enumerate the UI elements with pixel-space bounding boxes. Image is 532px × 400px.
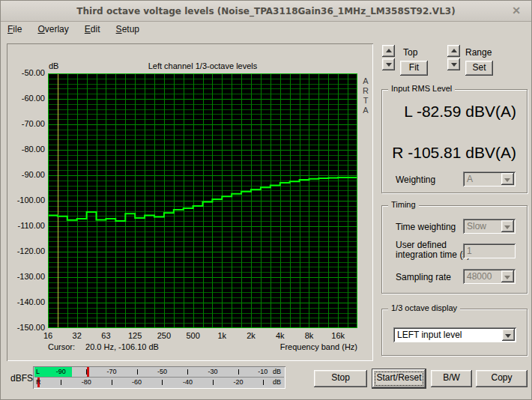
- integration-time-label-line1: User defined: [396, 240, 447, 250]
- x-axis-title: Frequency band (Hz): [280, 342, 357, 351]
- close-icon[interactable]: ✕: [512, 5, 521, 16]
- y-tick-label: -110.00: [7, 221, 45, 230]
- top-spin-down-button[interactable]: [382, 58, 395, 70]
- meter-scale-label: -70: [106, 368, 116, 376]
- meter-tick: [86, 369, 87, 375]
- arrow-down-icon: [451, 63, 457, 67]
- set-button[interactable]: Set: [465, 61, 493, 76]
- integration-time-label-line2: integration time (s): [396, 249, 470, 260]
- arta-watermark: ARTA: [360, 76, 371, 115]
- sampling-rate-value: 48000: [467, 271, 492, 282]
- menu-edit[interactable]: Edit: [78, 22, 107, 34]
- arrow-up-icon: [451, 49, 457, 52]
- chevron-down-icon: [504, 178, 510, 182]
- arta-watermark-letter: T: [360, 96, 371, 106]
- x-tick-label: 250: [157, 331, 171, 340]
- menu-overlay-rest: verlay: [45, 24, 69, 34]
- menu-edit-rest: dit: [91, 24, 100, 34]
- y-tick-label: -60.00: [7, 94, 45, 103]
- time-weighting-value: Slow: [467, 221, 486, 231]
- meter-scale-label: -40: [183, 378, 193, 387]
- set-button-label: Set: [472, 62, 486, 73]
- stop-button-label: Stop: [331, 372, 350, 383]
- cursor-readout: Cursor:20.0 Hz, -106.10 dB: [48, 342, 159, 351]
- integration-time-field[interactable]: 1: [463, 243, 516, 258]
- meter-tick: [213, 380, 214, 385]
- level-curve: [48, 178, 357, 221]
- arrow-down-icon: [386, 63, 392, 67]
- meter-unit-label: dBFS: [10, 373, 33, 384]
- y-tick-label: -150.00: [7, 323, 45, 332]
- octave-display-combobox[interactable]: LEFT input level: [393, 327, 516, 342]
- rms-right-readout: R -105.81 dBV(A): [390, 144, 516, 162]
- stop-button[interactable]: Stop: [314, 370, 367, 387]
- meter-tick: [112, 380, 112, 385]
- top-spin-up-button[interactable]: [382, 45, 395, 57]
- x-tick-label: 125: [128, 331, 142, 340]
- meter-tick: [187, 369, 188, 375]
- menu-file[interactable]: File: [1, 22, 28, 34]
- menubar: File Overlay Edit Setup: [1, 22, 531, 36]
- graph-panel: dB Left channel 1/3-octave levels -50.00…: [7, 43, 373, 361]
- input-rms-group-label: Input RMS Level: [388, 84, 455, 93]
- x-tick-label: 8k: [305, 331, 314, 340]
- chevron-down-icon: [504, 225, 510, 229]
- meter-scale-label: -20: [234, 378, 244, 387]
- arrow-up-icon: [386, 49, 392, 52]
- window-title: Third octave voltage levels (Noise_TPA31…: [76, 6, 455, 16]
- x-tick-label: 63: [101, 331, 110, 340]
- meter-row-l: L-90-70-50-30-10dB: [34, 367, 284, 377]
- combo-arrow-button[interactable]: [502, 329, 515, 341]
- combo-arrow-button[interactable]: [501, 270, 514, 282]
- range-spin-up-button[interactable]: [447, 45, 460, 57]
- x-tick-label: 32: [73, 331, 82, 340]
- time-weighting-label: Time weighting: [396, 222, 456, 232]
- combo-arrow-button[interactable]: [501, 173, 514, 185]
- octave-display-group: 1/3 octave display LEFT input level: [381, 309, 528, 356]
- app-window: Third octave voltage levels (Noise_TPA31…: [0, 0, 532, 400]
- arta-watermark-letter: R: [360, 86, 371, 96]
- sampling-rate-label: Sampling rate: [396, 272, 451, 282]
- meter-scale-label: -60: [132, 378, 142, 387]
- range-spin-down-button[interactable]: [447, 58, 460, 70]
- timing-group-label: Timing: [388, 200, 419, 209]
- meter-scale-label: -80: [82, 378, 91, 387]
- time-weighting-combobox[interactable]: Slow: [463, 219, 516, 234]
- combo-arrow-button[interactable]: [501, 220, 514, 232]
- menu-file-rest: ile: [13, 24, 22, 34]
- y-tick-label: -70.00: [7, 119, 45, 128]
- y-tick-label: -130.00: [7, 272, 45, 281]
- fit-button-label: Fit: [409, 62, 419, 73]
- plot-area[interactable]: [48, 73, 357, 328]
- meter-fill: [34, 367, 72, 377]
- meter-tick: [162, 380, 163, 385]
- x-tick-label: 2k: [247, 331, 256, 340]
- bw-button[interactable]: B/W: [431, 370, 472, 387]
- menu-overlay[interactable]: Overlay: [31, 22, 75, 34]
- y-tick-label: -120.00: [7, 246, 45, 255]
- x-tick-label: 500: [186, 331, 199, 340]
- rms-left-readout: L -82.59 dBV(A): [390, 103, 516, 121]
- copy-button[interactable]: Copy: [476, 370, 528, 387]
- copy-button-label: Copy: [491, 372, 512, 383]
- cursor-label: Cursor:: [48, 342, 75, 351]
- meter-channel-label: L: [36, 368, 40, 376]
- meter-tick: [137, 369, 138, 375]
- integration-time-label: User defined integration time (s): [396, 240, 470, 260]
- arta-watermark-letter: A: [360, 76, 371, 86]
- sampling-rate-combobox[interactable]: 48000: [463, 269, 516, 284]
- titlebar[interactable]: Third octave voltage levels (Noise_TPA31…: [1, 1, 531, 22]
- menu-edit-accel: E: [85, 24, 91, 34]
- x-tick-label: 1k: [218, 331, 227, 340]
- meter-peak-indicator: [87, 367, 89, 377]
- octave-display-value: LEFT input level: [397, 330, 462, 340]
- start-reset-button[interactable]: Start/Reset: [372, 369, 426, 388]
- weighting-combobox[interactable]: A: [463, 172, 516, 187]
- input-rms-group: Input RMS Level L -82.59 dBV(A) R -105.8…: [381, 89, 528, 193]
- meter-scale-label: -10: [258, 368, 267, 376]
- focus-ring: [375, 372, 423, 385]
- menu-setup[interactable]: Setup: [109, 22, 146, 34]
- weighting-value: A: [467, 174, 473, 184]
- meter-scale-label: -50: [157, 368, 167, 376]
- fit-button[interactable]: Fit: [400, 61, 428, 76]
